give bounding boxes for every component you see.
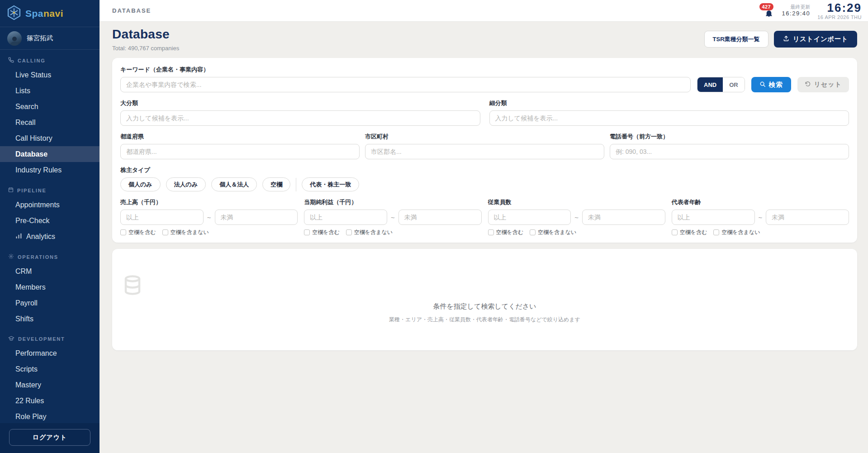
user-profile[interactable]: 篠宮拓武 xyxy=(0,27,100,50)
range-tilde: ~ xyxy=(391,214,395,221)
and-or-toggle: AND OR xyxy=(697,77,745,92)
sidebar-item-analytics[interactable]: Analytics xyxy=(0,229,100,244)
sidebar-item-lists[interactable]: Lists xyxy=(0,83,100,99)
reset-icon xyxy=(805,81,811,89)
last-update-time: 16:29:40 xyxy=(782,10,811,17)
rep-age-min-input[interactable] xyxy=(672,210,755,225)
phone-input[interactable] xyxy=(610,144,849,159)
main-content: Database Total: 490,767 companies TSR業種分… xyxy=(100,0,868,350)
checkbox-icon xyxy=(304,229,310,235)
city-input[interactable] xyxy=(365,144,604,159)
phone-icon xyxy=(8,57,14,64)
logo-text: Spanavi xyxy=(25,8,63,19)
sidebar-item-role-play[interactable]: Role Play xyxy=(0,409,100,423)
chip-rep-shareholder-match[interactable]: 代表・株主一致 xyxy=(302,177,359,191)
section-head-development: DEVELOPMENT xyxy=(0,332,100,345)
head-actions: TSR業種分類一覧 リストインポート xyxy=(704,31,857,48)
prefecture-block: 都道府県 xyxy=(120,133,360,159)
page-title: Database xyxy=(112,27,179,42)
chip-individual-only[interactable]: 個人のみ xyxy=(120,177,161,191)
sidebar-item-call-history[interactable]: Call History xyxy=(0,130,100,146)
sidebar: Spanavi 篠宮拓武 CALLING Live Status Lists S… xyxy=(0,0,100,453)
filter-card: キーワード（企業名・事業内容） AND OR 検索 xyxy=(112,58,857,243)
rep-age-label: 代表者年齢 xyxy=(672,198,849,206)
list-import-button[interactable]: リストインポート xyxy=(774,31,857,48)
net-income-include-blank-checkbox[interactable]: 空欄を含む xyxy=(304,229,340,236)
net-income-min-input[interactable] xyxy=(304,210,387,225)
and-toggle-button[interactable]: AND xyxy=(697,77,723,92)
range-tilde: ~ xyxy=(207,214,211,221)
net-income-exclude-blank-checkbox[interactable]: 空欄を含まない xyxy=(346,229,393,236)
chip-corporate-only[interactable]: 法人のみ xyxy=(166,177,206,191)
logo[interactable]: Spanavi xyxy=(0,0,100,27)
checkbox-icon xyxy=(672,229,678,235)
prefecture-input[interactable] xyxy=(120,144,360,159)
chip-blank[interactable]: 空欄 xyxy=(262,177,290,191)
chip-divider xyxy=(296,178,296,191)
sidebar-item-recall[interactable]: Recall xyxy=(0,114,100,130)
shareholder-row: 株主タイプ 個人のみ 法人のみ 個人＆法人 空欄 代表・株主一致 xyxy=(120,166,849,191)
net-income-max-input[interactable] xyxy=(398,210,482,225)
minor-class-input[interactable] xyxy=(489,110,849,126)
sidebar-item-members[interactable]: Members xyxy=(0,279,100,295)
revenue-min-input[interactable] xyxy=(120,210,204,225)
sidebar-item-mastery[interactable]: Mastery xyxy=(0,377,100,393)
revenue-exclude-blank-checkbox[interactable]: 空欄を含まない xyxy=(162,229,209,236)
minor-class-block: 細分類 xyxy=(489,99,849,126)
section-head-calling: CALLING xyxy=(0,53,100,67)
employees-include-blank-checkbox[interactable]: 空欄を含む xyxy=(488,229,524,236)
clock-date: 16 APR 2026 THU xyxy=(817,15,862,20)
sidebar-item-crm[interactable]: CRM xyxy=(0,263,100,279)
range-tilde: ~ xyxy=(574,214,579,221)
sidebar-item-database[interactable]: Database xyxy=(0,146,100,162)
sidebar-item-pre-check[interactable]: Pre-Check xyxy=(0,213,100,229)
employees-min-input[interactable] xyxy=(488,210,571,225)
sidebar-item-industry-rules[interactable]: Industry Rules xyxy=(0,162,100,178)
topbar-right: 427 最終更新 16:29:40 16:29 16 APR 2026 THU xyxy=(763,2,862,20)
or-toggle-button[interactable]: OR xyxy=(723,77,745,92)
net-income-label: 当期純利益（千円） xyxy=(304,198,481,206)
tsr-classification-button[interactable]: TSR業種分類一覧 xyxy=(704,31,768,48)
database-icon xyxy=(124,275,141,297)
last-update-label: 最終更新 xyxy=(782,4,811,10)
sidebar-nav: CALLING Live Status Lists Search Recall … xyxy=(0,50,100,423)
sidebar-item-payroll[interactable]: Payroll xyxy=(0,295,100,311)
notification-bell[interactable]: 427 xyxy=(763,4,775,18)
employees-exclude-blank-checkbox[interactable]: 空欄を含まない xyxy=(530,229,576,236)
sidebar-item-performance[interactable]: Performance xyxy=(0,345,100,361)
sidebar-item-22-rules[interactable]: 22 Rules xyxy=(0,393,100,409)
revenue-max-input[interactable] xyxy=(215,210,298,225)
rep-age-max-input[interactable] xyxy=(766,210,849,225)
keyword-input[interactable] xyxy=(120,77,691,92)
employees-label: 従業員数 xyxy=(488,198,665,206)
calendar-icon xyxy=(8,187,14,194)
checkbox-icon xyxy=(346,229,352,235)
empty-state: 条件を指定して検索してください 業種・エリア・売上高・従業員数・代表者年齢・電話… xyxy=(112,249,857,324)
checkbox-icon xyxy=(120,229,126,235)
phone-block: 電話番号（前方一致） xyxy=(610,133,849,159)
results-card: 条件を指定して検索してください 業種・エリア・売上高・従業員数・代表者年齢・電話… xyxy=(112,249,857,350)
avatar xyxy=(7,31,22,46)
checkbox-icon xyxy=(488,229,494,235)
revenue-include-blank-checkbox[interactable]: 空欄を含む xyxy=(120,229,156,236)
sidebar-item-live-status[interactable]: Live Status xyxy=(0,67,100,83)
chip-individual-and-corporate[interactable]: 個人＆法人 xyxy=(211,177,257,191)
sidebar-item-scripts[interactable]: Scripts xyxy=(0,361,100,377)
reset-button[interactable]: リセット xyxy=(797,77,849,92)
major-class-label: 大分類 xyxy=(120,99,480,107)
topbar: DATABASE 427 最終更新 16:29:40 16:29 16 APR … xyxy=(100,0,868,22)
search-button[interactable]: 検索 xyxy=(751,77,791,92)
classification-row: 大分類 細分類 xyxy=(120,99,849,126)
employees-max-input[interactable] xyxy=(582,210,665,225)
rep-age-include-blank-checkbox[interactable]: 空欄を含む xyxy=(672,229,707,236)
section-head-pipeline: PIPELINE xyxy=(0,183,100,197)
user-name: 篠宮拓武 xyxy=(27,34,53,43)
sidebar-item-shifts[interactable]: Shifts xyxy=(0,311,100,327)
nav-section-pipeline: PIPELINE Appointments Pre-Check Analytic… xyxy=(0,183,100,244)
sidebar-item-search[interactable]: Search xyxy=(0,99,100,114)
major-class-input[interactable] xyxy=(120,110,480,126)
logout-button[interactable]: ログアウト xyxy=(9,429,90,446)
location-row: 都道府県 市区町村 電話番号（前方一致） xyxy=(120,133,849,159)
rep-age-exclude-blank-checkbox[interactable]: 空欄を含まない xyxy=(713,229,760,236)
sidebar-item-appointments[interactable]: Appointments xyxy=(0,197,100,213)
